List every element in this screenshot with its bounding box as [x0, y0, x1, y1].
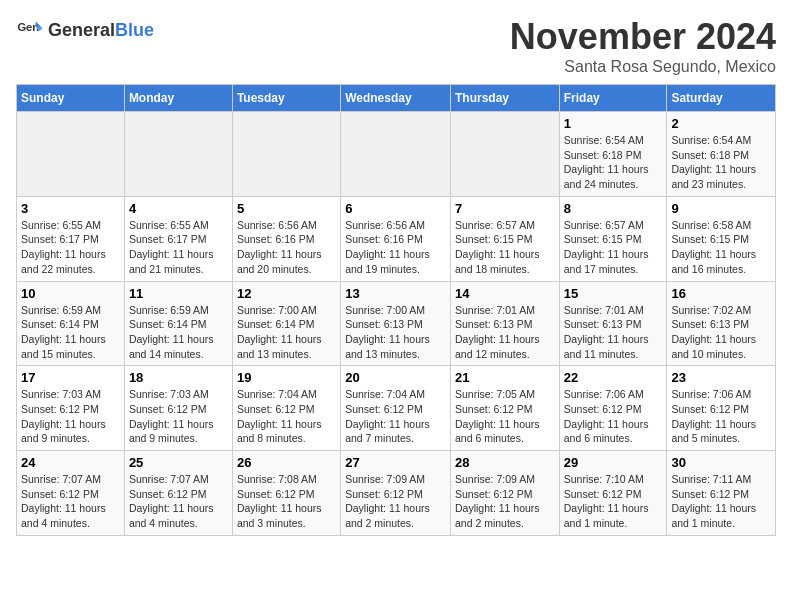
day-number: 26	[237, 455, 336, 470]
calendar-day-header: Thursday	[450, 85, 559, 112]
day-number: 19	[237, 370, 336, 385]
calendar-header-row: SundayMondayTuesdayWednesdayThursdayFrid…	[17, 85, 776, 112]
calendar-day-cell: 28Sunrise: 7:09 AM Sunset: 6:12 PM Dayli…	[450, 451, 559, 536]
calendar-day-cell: 1Sunrise: 6:54 AM Sunset: 6:18 PM Daylig…	[559, 112, 667, 197]
day-number: 18	[129, 370, 228, 385]
calendar-day-cell: 18Sunrise: 7:03 AM Sunset: 6:12 PM Dayli…	[124, 366, 232, 451]
calendar-day-header: Sunday	[17, 85, 125, 112]
day-info: Sunrise: 7:03 AM Sunset: 6:12 PM Dayligh…	[129, 387, 228, 446]
logo: Gen GeneralBlue	[16, 16, 154, 44]
calendar-day-cell: 4Sunrise: 6:55 AM Sunset: 6:17 PM Daylig…	[124, 196, 232, 281]
calendar-day-cell	[450, 112, 559, 197]
day-number: 12	[237, 286, 336, 301]
day-number: 25	[129, 455, 228, 470]
calendar-day-cell: 20Sunrise: 7:04 AM Sunset: 6:12 PM Dayli…	[341, 366, 451, 451]
day-info: Sunrise: 7:06 AM Sunset: 6:12 PM Dayligh…	[671, 387, 771, 446]
calendar-day-cell: 25Sunrise: 7:07 AM Sunset: 6:12 PM Dayli…	[124, 451, 232, 536]
calendar-day-cell: 11Sunrise: 6:59 AM Sunset: 6:14 PM Dayli…	[124, 281, 232, 366]
calendar-day-cell: 30Sunrise: 7:11 AM Sunset: 6:12 PM Dayli…	[667, 451, 776, 536]
day-number: 7	[455, 201, 555, 216]
day-number: 17	[21, 370, 120, 385]
day-info: Sunrise: 7:07 AM Sunset: 6:12 PM Dayligh…	[21, 472, 120, 531]
day-info: Sunrise: 6:56 AM Sunset: 6:16 PM Dayligh…	[237, 218, 336, 277]
calendar-week-row: 3Sunrise: 6:55 AM Sunset: 6:17 PM Daylig…	[17, 196, 776, 281]
day-info: Sunrise: 7:00 AM Sunset: 6:14 PM Dayligh…	[237, 303, 336, 362]
day-number: 8	[564, 201, 663, 216]
page-header: Gen GeneralBlue November 2024 Santa Rosa…	[16, 16, 776, 76]
day-info: Sunrise: 7:01 AM Sunset: 6:13 PM Dayligh…	[455, 303, 555, 362]
day-number: 3	[21, 201, 120, 216]
calendar-day-cell	[341, 112, 451, 197]
day-info: Sunrise: 7:09 AM Sunset: 6:12 PM Dayligh…	[455, 472, 555, 531]
calendar-day-cell: 3Sunrise: 6:55 AM Sunset: 6:17 PM Daylig…	[17, 196, 125, 281]
calendar-day-cell	[17, 112, 125, 197]
day-number: 11	[129, 286, 228, 301]
calendar-day-header: Saturday	[667, 85, 776, 112]
day-info: Sunrise: 6:58 AM Sunset: 6:15 PM Dayligh…	[671, 218, 771, 277]
month-title: November 2024	[510, 16, 776, 58]
calendar-day-cell: 6Sunrise: 6:56 AM Sunset: 6:16 PM Daylig…	[341, 196, 451, 281]
calendar-day-cell: 17Sunrise: 7:03 AM Sunset: 6:12 PM Dayli…	[17, 366, 125, 451]
day-info: Sunrise: 6:59 AM Sunset: 6:14 PM Dayligh…	[129, 303, 228, 362]
day-number: 14	[455, 286, 555, 301]
calendar-day-cell: 12Sunrise: 7:00 AM Sunset: 6:14 PM Dayli…	[232, 281, 340, 366]
day-info: Sunrise: 7:00 AM Sunset: 6:13 PM Dayligh…	[345, 303, 446, 362]
calendar-day-cell	[124, 112, 232, 197]
day-info: Sunrise: 7:07 AM Sunset: 6:12 PM Dayligh…	[129, 472, 228, 531]
calendar-day-cell: 16Sunrise: 7:02 AM Sunset: 6:13 PM Dayli…	[667, 281, 776, 366]
day-info: Sunrise: 7:04 AM Sunset: 6:12 PM Dayligh…	[237, 387, 336, 446]
day-info: Sunrise: 7:06 AM Sunset: 6:12 PM Dayligh…	[564, 387, 663, 446]
calendar-day-cell: 7Sunrise: 6:57 AM Sunset: 6:15 PM Daylig…	[450, 196, 559, 281]
calendar-day-cell: 27Sunrise: 7:09 AM Sunset: 6:12 PM Dayli…	[341, 451, 451, 536]
day-number: 15	[564, 286, 663, 301]
day-number: 1	[564, 116, 663, 131]
day-number: 13	[345, 286, 446, 301]
day-info: Sunrise: 7:10 AM Sunset: 6:12 PM Dayligh…	[564, 472, 663, 531]
day-info: Sunrise: 7:05 AM Sunset: 6:12 PM Dayligh…	[455, 387, 555, 446]
day-info: Sunrise: 7:08 AM Sunset: 6:12 PM Dayligh…	[237, 472, 336, 531]
day-number: 23	[671, 370, 771, 385]
calendar-week-row: 17Sunrise: 7:03 AM Sunset: 6:12 PM Dayli…	[17, 366, 776, 451]
calendar-day-cell: 21Sunrise: 7:05 AM Sunset: 6:12 PM Dayli…	[450, 366, 559, 451]
calendar-week-row: 24Sunrise: 7:07 AM Sunset: 6:12 PM Dayli…	[17, 451, 776, 536]
calendar-day-cell: 5Sunrise: 6:56 AM Sunset: 6:16 PM Daylig…	[232, 196, 340, 281]
day-info: Sunrise: 6:57 AM Sunset: 6:15 PM Dayligh…	[564, 218, 663, 277]
calendar-body: 1Sunrise: 6:54 AM Sunset: 6:18 PM Daylig…	[17, 112, 776, 536]
day-info: Sunrise: 6:59 AM Sunset: 6:14 PM Dayligh…	[21, 303, 120, 362]
day-number: 10	[21, 286, 120, 301]
day-number: 6	[345, 201, 446, 216]
day-info: Sunrise: 7:09 AM Sunset: 6:12 PM Dayligh…	[345, 472, 446, 531]
day-info: Sunrise: 6:54 AM Sunset: 6:18 PM Dayligh…	[671, 133, 771, 192]
calendar-day-cell: 8Sunrise: 6:57 AM Sunset: 6:15 PM Daylig…	[559, 196, 667, 281]
day-info: Sunrise: 6:57 AM Sunset: 6:15 PM Dayligh…	[455, 218, 555, 277]
logo-general: General	[48, 20, 115, 40]
day-info: Sunrise: 6:54 AM Sunset: 6:18 PM Dayligh…	[564, 133, 663, 192]
day-number: 29	[564, 455, 663, 470]
calendar-day-header: Wednesday	[341, 85, 451, 112]
day-info: Sunrise: 7:03 AM Sunset: 6:12 PM Dayligh…	[21, 387, 120, 446]
day-number: 28	[455, 455, 555, 470]
calendar-day-cell: 2Sunrise: 6:54 AM Sunset: 6:18 PM Daylig…	[667, 112, 776, 197]
calendar-day-cell	[232, 112, 340, 197]
day-number: 9	[671, 201, 771, 216]
calendar-day-cell: 29Sunrise: 7:10 AM Sunset: 6:12 PM Dayli…	[559, 451, 667, 536]
calendar-day-cell: 13Sunrise: 7:00 AM Sunset: 6:13 PM Dayli…	[341, 281, 451, 366]
day-number: 27	[345, 455, 446, 470]
day-info: Sunrise: 7:04 AM Sunset: 6:12 PM Dayligh…	[345, 387, 446, 446]
calendar-day-cell: 14Sunrise: 7:01 AM Sunset: 6:13 PM Dayli…	[450, 281, 559, 366]
logo-icon: Gen	[16, 16, 44, 44]
day-info: Sunrise: 6:56 AM Sunset: 6:16 PM Dayligh…	[345, 218, 446, 277]
day-number: 4	[129, 201, 228, 216]
day-number: 5	[237, 201, 336, 216]
calendar-day-header: Tuesday	[232, 85, 340, 112]
calendar-day-cell: 9Sunrise: 6:58 AM Sunset: 6:15 PM Daylig…	[667, 196, 776, 281]
calendar-day-cell: 23Sunrise: 7:06 AM Sunset: 6:12 PM Dayli…	[667, 366, 776, 451]
day-info: Sunrise: 6:55 AM Sunset: 6:17 PM Dayligh…	[21, 218, 120, 277]
logo-blue: Blue	[115, 20, 154, 40]
day-number: 22	[564, 370, 663, 385]
calendar-day-cell: 10Sunrise: 6:59 AM Sunset: 6:14 PM Dayli…	[17, 281, 125, 366]
calendar-week-row: 10Sunrise: 6:59 AM Sunset: 6:14 PM Dayli…	[17, 281, 776, 366]
day-info: Sunrise: 7:02 AM Sunset: 6:13 PM Dayligh…	[671, 303, 771, 362]
day-info: Sunrise: 7:01 AM Sunset: 6:13 PM Dayligh…	[564, 303, 663, 362]
day-number: 30	[671, 455, 771, 470]
